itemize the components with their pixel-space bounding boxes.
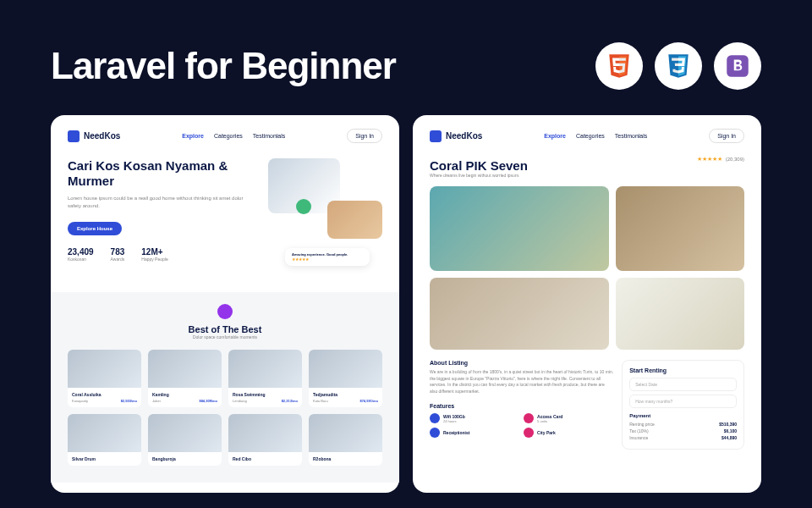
secure-badge-icon	[296, 199, 311, 214]
hero-image-2	[327, 201, 382, 239]
stat-awards: 783	[111, 247, 125, 257]
html5-icon	[595, 42, 643, 90]
section-title: Best of The Best	[68, 324, 382, 334]
homepage-card: NeedKos Explore Categories Testimonials …	[51, 115, 399, 493]
feature-access: Access Card5 units	[524, 413, 613, 423]
gallery-image-4[interactable]	[616, 278, 744, 350]
bootstrap-icon	[714, 42, 761, 90]
listing-card[interactable]: Silvar Drum	[68, 414, 141, 466]
nav-categories[interactable]: Categories	[214, 133, 243, 139]
wifi-icon	[430, 413, 440, 423]
page-title: Laravel for Beginner	[51, 45, 396, 87]
listing-subtitle: Where dreams live begin without worried …	[430, 173, 744, 178]
section-subtitle: Dolor space comfortable moments	[68, 334, 382, 340]
tech-icons	[595, 42, 761, 90]
signin-button[interactable]: Sign In	[347, 129, 382, 143]
listing-card[interactable]: Red Cibo	[228, 414, 302, 466]
nav-explore[interactable]: Explore	[544, 133, 566, 139]
listing-card[interactable]: KamlingJubei$84,309/mo	[148, 350, 222, 407]
gallery-image-2[interactable]	[616, 186, 744, 271]
features-title: Features	[430, 403, 613, 409]
listing-card[interactable]: Rosa SwimmingLembang$2,313/mo	[228, 350, 302, 407]
listing-card[interactable]: Coral AssluikaKonoparity$2,503/mo	[68, 350, 141, 407]
testimonial-card: Amazing experience. Good people. ★★★★★	[285, 248, 370, 266]
feature-wifi: Wifi 100Gb24 hours	[430, 413, 519, 423]
rating-count: (20,309)	[726, 157, 744, 162]
card-icon	[524, 413, 534, 423]
stat-happy: 12M+	[141, 247, 167, 257]
signin-button[interactable]: Sign In	[709, 129, 744, 143]
nav-testimonials[interactable]: Testimonials	[615, 133, 648, 139]
listing-card[interactable]: TedjamuditaKota Baru$74,591/mo	[309, 350, 382, 407]
listing-card[interactable]: R2obona	[309, 414, 382, 466]
detail-card: NeedKos Explore Categories Testimonials …	[413, 115, 761, 493]
listing-card[interactable]: Bangburoja	[148, 414, 222, 466]
hero-subtitle: Lorem house ipsum could be a reall good …	[68, 195, 245, 210]
about-title: About Listing	[430, 360, 613, 366]
logo-icon	[68, 130, 80, 142]
about-text: We are in a building of from the 1800's,…	[430, 369, 613, 395]
tree-icon	[524, 428, 534, 438]
payment-title: Payment	[629, 413, 737, 418]
section-icon	[217, 304, 233, 319]
stat-koskosan: 23,409	[68, 247, 94, 257]
months-input[interactable]: How many months?	[629, 395, 737, 408]
css3-icon	[655, 42, 702, 90]
nav-explore[interactable]: Explore	[182, 133, 204, 139]
person-icon	[430, 428, 440, 438]
gallery-image-3[interactable]	[430, 278, 609, 350]
nav-categories[interactable]: Categories	[576, 133, 605, 139]
star-icon: ★★★★★	[697, 156, 722, 163]
rent-form: Start Renting Select Date How many month…	[622, 360, 744, 450]
date-input[interactable]: Select Date	[629, 378, 737, 391]
nav-bar: NeedKos Explore Categories Testimonials …	[430, 129, 744, 143]
feature-park: City Park	[524, 428, 613, 438]
star-icon: ★★★★★	[292, 257, 363, 262]
gallery-image-main[interactable]	[430, 186, 609, 271]
hero-title: Cari Kos Kosan Nyaman & Murmer	[68, 158, 245, 189]
rent-title: Start Renting	[629, 367, 737, 373]
nav-bar: NeedKos Explore Categories Testimonials …	[68, 129, 382, 143]
logo[interactable]: NeedKos	[68, 130, 120, 142]
nav-testimonials[interactable]: Testimonials	[253, 133, 286, 139]
feature-reception: Receiptionist	[430, 428, 519, 438]
logo[interactable]: NeedKos	[430, 130, 482, 142]
logo-icon	[430, 130, 442, 142]
explore-house-button[interactable]: Explore House	[68, 222, 122, 235]
